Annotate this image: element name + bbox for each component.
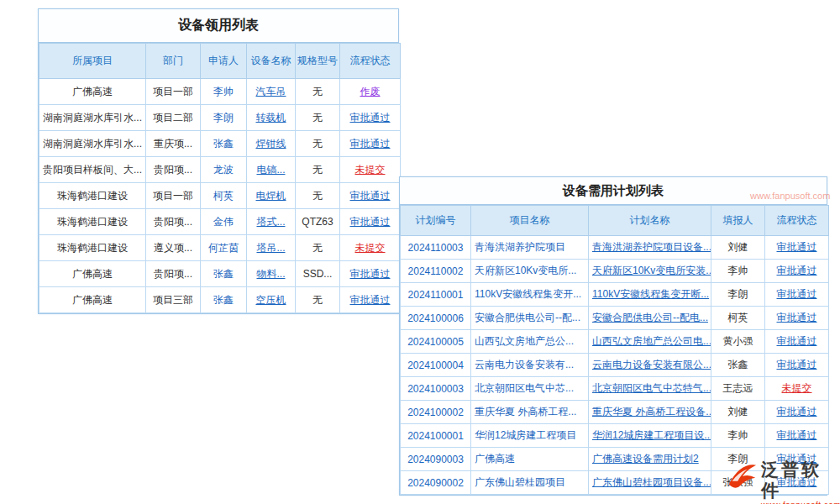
column-header[interactable]: 项目名称 <box>471 206 589 236</box>
status-cell[interactable]: 审批通过 <box>340 209 401 235</box>
status-cell[interactable]: 审批通过 <box>340 183 401 209</box>
status-cell[interactable]: 审批通过 <box>765 330 829 354</box>
table-row[interactable]: 2024090003广佛高速广佛高速设备需用计划2李朗审批通过 <box>401 448 829 471</box>
table-cell[interactable]: 金伟 <box>201 209 247 235</box>
table-cell[interactable]: 广佛高速 <box>471 448 589 471</box>
table-cell[interactable]: 安徽合肥供电公司--配电... <box>589 307 711 330</box>
status-cell[interactable]: 审批通过 <box>340 131 401 157</box>
table-row[interactable]: 珠海鹤港口建设贵阳项...金伟塔式...QTZ63审批通过 <box>39 209 401 235</box>
column-header[interactable]: 设备名称 <box>247 44 296 79</box>
table-row[interactable]: 2024110002天府新区10Kv变电所...天府新区10Kv变电所安装...… <box>401 260 829 283</box>
table-cell[interactable]: 2024110003 <box>401 236 471 260</box>
status-cell[interactable]: 审批通过 <box>765 283 829 307</box>
table-cell[interactable]: 广东佛山碧桂园项目设备... <box>589 471 711 495</box>
table-cell[interactable]: 张鑫 <box>201 131 247 157</box>
table-cell[interactable]: 2024100004 <box>401 354 471 377</box>
table-row[interactable]: 贵阳项目样板间、大...贵阳项...龙波电镐...无未提交 <box>39 157 401 183</box>
table-cell[interactable]: 云南电力设备安装有限公... <box>589 354 711 377</box>
table-cell[interactable]: 塔式... <box>247 209 296 235</box>
status-cell[interactable]: 审批通过 <box>765 471 829 495</box>
table-cell[interactable]: 110kV安徽线程集变开断... <box>589 283 711 307</box>
status-cell[interactable]: 审批通过 <box>340 261 401 287</box>
table-row[interactable]: 湖南洞庭湖水库引水...项目二部李朗转载机无审批通过 <box>39 105 401 131</box>
column-header[interactable]: 申请人 <box>201 44 247 79</box>
table-cell[interactable]: 天府新区10Kv变电所安装... <box>589 260 711 283</box>
table-cell[interactable]: 李帅 <box>201 79 247 105</box>
table-cell[interactable]: 2024100003 <box>401 377 471 401</box>
table-cell[interactable]: 重庆华夏 外高桥工程... <box>471 401 589 424</box>
table-cell[interactable]: 空压机 <box>247 287 296 313</box>
table-row[interactable]: 2024100002重庆华夏 外高桥工程...重庆华夏 外高桥工程设备...刘健… <box>401 401 829 424</box>
table-cell[interactable]: 塔吊... <box>247 235 296 261</box>
table-cell[interactable]: 2024100001 <box>401 424 471 448</box>
table-cell[interactable]: 110kV安徽线程集变开... <box>471 283 589 307</box>
status-cell[interactable]: 审批通过 <box>340 105 401 131</box>
table-cell[interactable]: 广东佛山碧桂园项目 <box>471 471 589 495</box>
table-cell[interactable]: 张鑫 <box>201 261 247 287</box>
table-row[interactable]: 2024090002广东佛山碧桂园项目广东佛山碧桂园项目设备...张永强审批通过 <box>401 471 829 495</box>
table-cell[interactable]: 李朗 <box>201 105 247 131</box>
table-cell[interactable]: 2024090002 <box>401 471 471 495</box>
column-header[interactable]: 所属项目 <box>39 44 146 79</box>
status-cell[interactable]: 未提交 <box>340 157 401 183</box>
table-cell[interactable]: 2024100006 <box>401 307 471 330</box>
status-cell[interactable]: 审批通过 <box>765 307 829 330</box>
table-cell[interactable]: 焊钳线 <box>247 131 296 157</box>
table-cell[interactable]: 华润12城房建工程项目 <box>471 424 589 448</box>
status-cell[interactable]: 审批通过 <box>765 401 829 424</box>
table-row[interactable]: 珠海鹤港口建设项目一部柯英电焊机无审批通过 <box>39 183 401 209</box>
status-cell[interactable]: 审批通过 <box>340 287 401 313</box>
table-cell[interactable]: 安徽合肥供电公司--配... <box>471 307 589 330</box>
table-cell[interactable]: 重庆华夏 外高桥工程设备... <box>589 401 711 424</box>
table-cell[interactable]: 2024090003 <box>401 448 471 471</box>
table-row[interactable]: 2024100001华润12城房建工程项目华润12城房建工程项目设...李帅审批… <box>401 424 829 448</box>
column-header[interactable]: 填报人 <box>711 206 765 236</box>
column-header[interactable]: 计划编号 <box>401 206 471 236</box>
status-cell[interactable]: 审批通过 <box>765 424 829 448</box>
table-cell[interactable]: 龙波 <box>201 157 247 183</box>
table-cell[interactable]: 云南电力设备安装有... <box>471 354 589 377</box>
status-cell[interactable]: 审批通过 <box>765 260 829 283</box>
table-row[interactable]: 湖南洞庭湖水库引水...重庆项...张鑫焊钳线无审批通过 <box>39 131 401 157</box>
table-cell[interactable]: 北京朝阳区电气中芯特气... <box>589 377 711 401</box>
table-cell[interactable]: 汽车吊 <box>247 79 296 105</box>
table-cell[interactable]: 青海洪湖养护院项目 <box>471 236 589 260</box>
table-cell[interactable]: 电焊机 <box>247 183 296 209</box>
table-row[interactable]: 2024110003青海洪湖养护院项目青海洪湖养护院项目设备...刘健审批通过 <box>401 236 829 260</box>
column-header[interactable]: 规格型号 <box>296 44 340 79</box>
column-header[interactable]: 流程状态 <box>340 44 401 79</box>
table-cell[interactable]: 山西弘文房地产总公司电... <box>589 330 711 354</box>
table-row[interactable]: 2024100003北京朝阳区电气中芯...北京朝阳区电气中芯特气...王志远未… <box>401 377 829 401</box>
table-row[interactable]: 2024110001110kV安徽线程集变开...110kV安徽线程集变开断..… <box>401 283 829 307</box>
table-cell[interactable]: 2024100002 <box>401 401 471 424</box>
table-cell[interactable]: 2024100005 <box>401 330 471 354</box>
status-cell[interactable]: 未提交 <box>340 235 401 261</box>
table-cell[interactable]: 何芷茵 <box>201 235 247 261</box>
table-cell[interactable]: 广佛高速设备需用计划2 <box>589 448 711 471</box>
status-cell[interactable]: 审批通过 <box>765 448 829 471</box>
table-row[interactable]: 2024100006安徽合肥供电公司--配...安徽合肥供电公司--配电...柯… <box>401 307 829 330</box>
table-cell[interactable]: 青海洪湖养护院项目设备... <box>589 236 711 260</box>
column-header[interactable]: 计划名称 <box>589 206 711 236</box>
column-header[interactable]: 流程状态 <box>765 206 829 236</box>
table-cell[interactable]: 电镐... <box>247 157 296 183</box>
status-cell[interactable]: 审批通过 <box>765 236 829 260</box>
table-cell[interactable]: 山西弘文房地产总公... <box>471 330 589 354</box>
status-cell[interactable]: 审批通过 <box>765 354 829 377</box>
table-cell[interactable]: 2024110001 <box>401 283 471 307</box>
table-row[interactable]: 珠海鹤港口建设遵义项...何芷茵塔吊...无未提交 <box>39 235 401 261</box>
table-row[interactable]: 广佛高速贵阳项...张鑫物料...SSD...审批通过 <box>39 261 401 287</box>
table-cell[interactable]: 转载机 <box>247 105 296 131</box>
table-cell[interactable]: 张鑫 <box>201 287 247 313</box>
table-cell[interactable]: 华润12城房建工程项目设... <box>589 424 711 448</box>
table-cell[interactable]: 柯英 <box>201 183 247 209</box>
status-cell[interactable]: 未提交 <box>765 377 829 401</box>
table-cell[interactable]: 天府新区10Kv变电所... <box>471 260 589 283</box>
table-cell[interactable]: 2024110002 <box>401 260 471 283</box>
table-row[interactable]: 2024100004云南电力设备安装有...云南电力设备安装有限公...张鑫审批… <box>401 354 829 377</box>
table-row[interactable]: 广佛高速项目三部张鑫空压机无审批通过 <box>39 287 401 313</box>
status-cell[interactable]: 作废 <box>340 79 401 105</box>
table-row[interactable]: 2024100005山西弘文房地产总公...山西弘文房地产总公司电...黄小强审… <box>401 330 829 354</box>
table-cell[interactable]: 物料... <box>247 261 296 287</box>
table-cell[interactable]: 北京朝阳区电气中芯... <box>471 377 589 401</box>
